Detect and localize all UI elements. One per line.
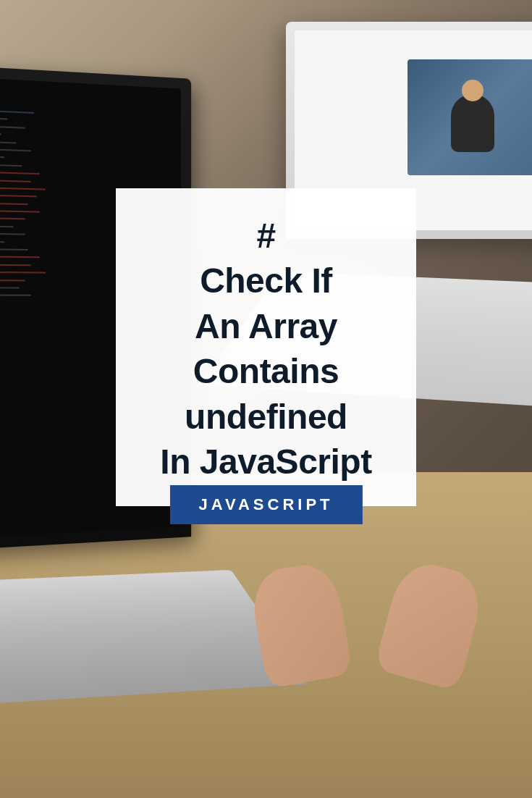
title-card: # Check If An Array Contains undefined I… [116,188,416,506]
category-badge: JAVASCRIPT [169,485,362,524]
person-head [462,80,484,101]
hands-typing [257,566,474,711]
hand-left [248,560,353,689]
article-title: # Check If An Array Contains undefined I… [138,214,394,484]
title-line-4: undefined [138,395,394,440]
title-line-2: An Array [138,304,394,349]
title-line-3: Contains [138,349,394,394]
hand-right [373,557,487,692]
title-line-1: Check If [138,259,394,303]
person-silhouette [451,94,494,152]
browser-window [408,59,532,175]
title-hash: # [138,214,394,259]
title-line-5: In JavaScript [138,440,394,484]
